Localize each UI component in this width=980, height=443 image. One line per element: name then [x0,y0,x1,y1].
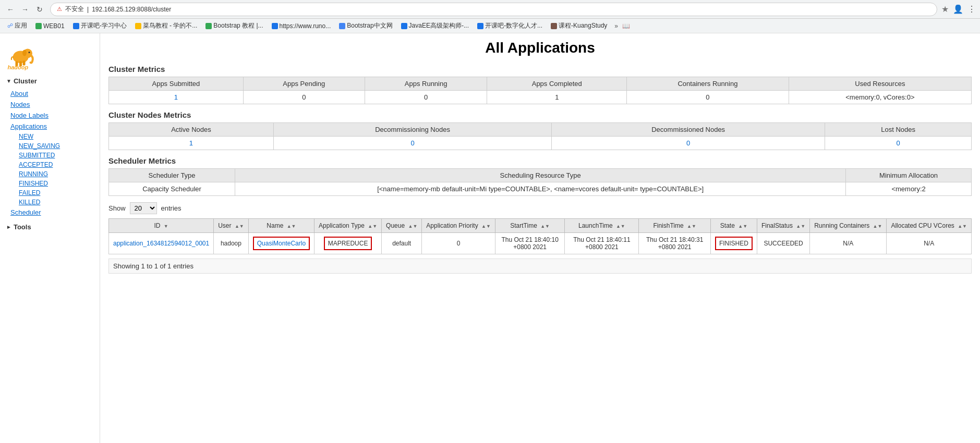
final-sort[interactable]: ▲▼ [796,224,805,229]
app-name-link[interactable]: QuasiMonteCarlo [257,240,306,247]
active-nodes-link[interactable]: 1 [189,139,193,147]
more-options-icon[interactable]: ⋮ [967,4,976,14]
decommissioned-link[interactable]: 0 [686,139,690,147]
cell-name: QuasiMonteCarlo [248,233,314,254]
cell-finish-time: Thu Oct 21 18:40:31 +0800 2021 [639,233,711,254]
start-sort[interactable]: ▲▼ [540,224,550,229]
sidebar-item-killed[interactable]: KILLED [4,198,100,207]
col-allocated-cpu[interactable]: Allocated CPU VCores ▲▼ [887,219,972,233]
sidebar-item-failed[interactable]: FAILED [4,188,100,198]
sidebar-item-scheduler[interactable]: Scheduler [0,207,100,218]
svg-point-3 [22,50,27,56]
apps-submitted-link[interactable]: 1 [174,93,178,101]
sidebar-item-accepted[interactable]: ACCEPTED [4,160,100,169]
sidebar-item-nodes[interactable]: Nodes [0,99,100,110]
col-state[interactable]: State ▲▼ [710,219,757,233]
app-wrapper: hadoop ▼ Cluster About Nodes Node Labels… [0,33,980,443]
sidebar-item-about[interactable]: About [0,88,100,99]
cell-final-status: SUCCEEDED [757,233,809,254]
col-user[interactable]: User ▲▼ [214,219,249,233]
cell-state: FINISHED [710,233,757,254]
address-separator: | [87,6,89,13]
bookmark-label: WEB01 [43,22,65,30]
bookmark-runo-url[interactable]: https://www.runo... [269,21,334,31]
type-sort[interactable]: ▲▼ [368,224,377,229]
val-apps-submitted: 1 [109,91,244,104]
val-resource-type: [<name=memory-mb default-unit=Mi type=CO… [235,182,846,196]
cell-running-containers: N/A [810,233,887,254]
entries-select[interactable]: 20 50 100 [130,202,157,214]
sidebar-item-submitted[interactable]: SUBMITTED [4,151,100,160]
runo-icon [272,23,278,29]
bookmark-label: https://www.runo... [280,22,331,30]
col-running-containers[interactable]: Running Containers ▲▼ [810,219,887,233]
cluster-metrics-table: Apps Submitted Apps Pending Apps Running… [108,77,972,104]
reading-list[interactable]: 📖 [622,22,630,30]
bookmark-kuangstudy[interactable]: 课程-KuangStudy [548,20,610,31]
bookmark-label: 开课吧-数字化人才... [485,21,542,30]
state-sort[interactable]: ▲▼ [738,224,747,229]
col-queue[interactable]: Queue ▲▼ [382,219,422,233]
col-app-type[interactable]: Application Type ▲▼ [314,219,382,233]
sidebar-item-applications[interactable]: Applications [0,121,100,132]
bookmark-javaee[interactable]: JavaEE高级架构师-... [398,20,472,31]
sidebar-item-new-saving[interactable]: NEW_SAVING [4,141,100,151]
tools-header[interactable]: ► Tools [0,220,100,234]
sidebar-item-new[interactable]: NEW [4,132,100,141]
applications-submenu: NEW NEW_SAVING SUBMITTED ACCEPTED RUNNIN… [0,132,100,207]
queue-sort[interactable]: ▲▼ [408,224,417,229]
reload-button[interactable]: ↻ [33,3,46,16]
priority-sort[interactable]: ▲▼ [481,224,491,229]
col-priority[interactable]: Application Priority ▲▼ [422,219,495,233]
col-apps-submitted: Apps Submitted [109,77,244,91]
id-sort[interactable]: ▼ [164,224,168,229]
bookmark-web01[interactable]: WEB01 [32,21,68,31]
sidebar-cluster-section: ▼ Cluster About Nodes Node Labels Applic… [0,74,100,218]
lost-nodes-link[interactable]: 0 [896,139,900,147]
forward-button[interactable]: → [19,3,31,16]
containers-sort[interactable]: ▲▼ [873,224,882,229]
col-finish-time[interactable]: FinishTime ▲▼ [639,219,711,233]
sidebar-item-node-labels[interactable]: Node Labels [0,110,100,121]
profile-icon[interactable]: 👤 [953,4,963,14]
sidebar-tools-section: ► Tools [0,220,100,234]
bookmark-runoob[interactable]: 菜鸟教程 - 学的不... [132,20,201,31]
bs-cn-icon [339,23,345,29]
bookmark-apps[interactable]: ☍ 应用 [4,20,30,31]
col-final-status[interactable]: FinalStatus ▲▼ [757,219,809,233]
show-label: Show [108,204,126,212]
security-icon: ⚠ [57,6,62,13]
cpu-sort[interactable]: ▲▼ [958,224,967,229]
back-button[interactable]: ← [4,3,17,16]
bookmark-bootstrap1[interactable]: Bootstrap 教程 |... [202,20,266,31]
cluster-header[interactable]: ▼ Cluster [0,74,100,88]
sidebar-item-finished[interactable]: FINISHED [4,179,100,188]
app-id-link[interactable]: application_1634812594012_0001 [113,240,209,247]
cell-type: MAPREDUCE [314,233,382,254]
launch-sort[interactable]: ▲▼ [616,224,625,229]
address-bar[interactable]: ⚠ 不安全 | 192.168.25.129:8088/cluster [50,3,937,16]
cell-launch-time: Thu Oct 21 18:40:11 +0800 2021 [565,233,639,254]
col-apps-completed: Apps Completed [487,77,627,91]
bookmark-bootstrap-cn[interactable]: Bootstrap中文网 [336,20,395,31]
cell-id: application_1634812594012_0001 [109,233,214,254]
decommissioning-link[interactable]: 0 [410,139,414,147]
finish-sort[interactable]: ▲▼ [687,224,696,229]
col-id[interactable]: ID ▼ [109,219,214,233]
bookmarks-more[interactable]: » [614,22,618,30]
val-active-nodes: 1 [109,137,274,150]
col-start-time[interactable]: StartTime ▲▼ [495,219,565,233]
bookmark-star[interactable]: ★ [941,4,949,14]
col-launch-time[interactable]: LaunchTime ▲▼ [565,219,639,233]
name-sort[interactable]: ▲▼ [287,224,296,229]
val-apps-completed: 1 [487,91,627,104]
col-name[interactable]: Name ▲▼ [248,219,314,233]
bookmark-kaikeba2[interactable]: 开课吧-数字化人才... [474,20,546,31]
val-min-alloc: <memory:2 [846,182,972,196]
sidebar-item-running[interactable]: RUNNING [4,169,100,179]
applications-table: ID ▼ User ▲▼ Name ▲▼ Application Type ▲▼ [108,218,972,254]
bookmark-label: 开课吧-学习中心 [81,21,127,30]
user-sort[interactable]: ▲▼ [235,224,244,229]
bs1-icon [205,23,212,29]
bookmark-kaikeba[interactable]: 开课吧-学习中心 [70,20,130,31]
